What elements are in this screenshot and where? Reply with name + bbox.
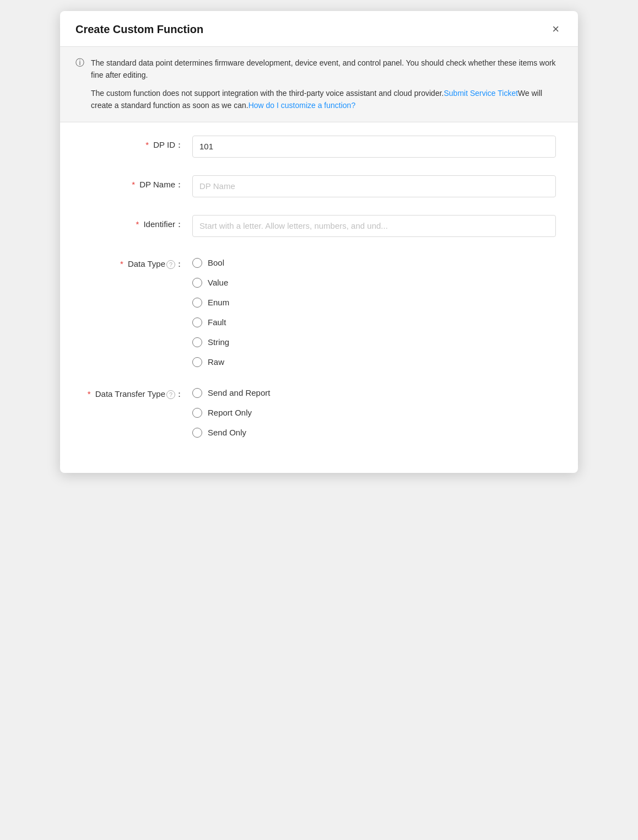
data-type-radio-value[interactable] — [192, 278, 202, 288]
data-transfer-type-label-report-only: Report Only — [208, 408, 252, 417]
data-type-label-value: Value — [208, 278, 228, 287]
dp-name-control — [192, 175, 556, 197]
data-type-label-raw: Raw — [208, 357, 224, 367]
data-type-option-raw[interactable]: Raw — [192, 357, 556, 367]
data-transfer-type-option-report-only[interactable]: Report Only — [192, 408, 556, 418]
data-type-label-enum: Enum — [208, 298, 229, 307]
data-type-label-string: String — [208, 337, 229, 347]
info-paragraph-1: The standard data point determines firmw… — [91, 57, 563, 82]
data-transfer-type-option-send-and-report[interactable]: Send and Report — [192, 388, 556, 398]
identifier-label: * Identifier： — [82, 215, 192, 230]
data-type-radio-enum[interactable] — [192, 298, 202, 308]
create-custom-function-modal: Create Custom Function × ⓘ The standard … — [60, 11, 578, 473]
dp-id-row: * DP ID： — [82, 136, 556, 158]
modal-body: ⓘ The standard data point determines fir… — [60, 47, 578, 473]
info-banner: ⓘ The standard data point determines fir… — [60, 47, 578, 122]
data-transfer-type-radio-send-and-report[interactable] — [192, 388, 202, 398]
dp-id-required-star: * — [145, 140, 149, 149]
info-text: The standard data point determines firmw… — [91, 57, 563, 112]
data-type-radio-fault[interactable] — [192, 317, 202, 327]
data-transfer-type-row: * Data Transfer Type?： Send and Report R… — [82, 385, 556, 438]
data-type-radio-bool[interactable] — [192, 258, 202, 268]
submit-service-ticket-link[interactable]: Submit Service Ticket — [444, 89, 518, 98]
data-transfer-type-control: Send and Report Report Only Send Only — [192, 385, 556, 438]
modal-header: Create Custom Function × — [60, 11, 578, 47]
data-type-radio-string[interactable] — [192, 337, 202, 347]
data-type-help-icon[interactable]: ? — [166, 260, 175, 269]
data-type-option-bool[interactable]: Bool — [192, 258, 556, 268]
dp-id-input[interactable] — [192, 136, 556, 158]
data-type-label-bool: Bool — [208, 258, 224, 267]
data-transfer-type-label-send-and-report: Send and Report — [208, 388, 270, 397]
data-transfer-type-required-star: * — [88, 389, 91, 399]
form-area: * DP ID： * DP Name： * — [60, 122, 578, 473]
info-paragraph-2-prefix: The custom function does not support int… — [91, 89, 444, 98]
customize-function-link[interactable]: How do I customize a function? — [248, 101, 356, 110]
dp-name-input[interactable] — [192, 175, 556, 197]
data-type-label-fault: Fault — [208, 317, 226, 327]
data-type-control: Bool Value Enum Fault — [192, 255, 556, 367]
data-type-label: * Data Type?： — [82, 255, 192, 270]
dp-name-label: * DP Name： — [82, 175, 192, 190]
data-type-row: * Data Type?： Bool Value — [82, 255, 556, 367]
data-transfer-type-radio-send-only[interactable] — [192, 428, 202, 438]
data-transfer-type-help-icon[interactable]: ? — [166, 390, 175, 399]
modal-title: Create Custom Function — [75, 23, 203, 36]
data-type-option-enum[interactable]: Enum — [192, 298, 556, 308]
dp-id-control — [192, 136, 556, 158]
data-type-radio-raw[interactable] — [192, 357, 202, 367]
data-type-radio-group: Bool Value Enum Fault — [192, 255, 556, 367]
identifier-required-star: * — [136, 219, 139, 229]
identifier-row: * Identifier： — [82, 215, 556, 237]
close-button[interactable]: × — [549, 22, 563, 36]
identifier-control — [192, 215, 556, 237]
data-transfer-type-label: * Data Transfer Type?： — [82, 385, 192, 400]
info-icon: ⓘ — [75, 57, 84, 112]
dp-id-label: * DP ID： — [82, 136, 192, 150]
data-transfer-type-radio-group: Send and Report Report Only Send Only — [192, 385, 556, 438]
info-paragraph-2: The custom function does not support int… — [91, 87, 563, 112]
data-type-option-value[interactable]: Value — [192, 278, 556, 288]
data-transfer-type-label-send-only: Send Only — [208, 428, 246, 437]
identifier-input[interactable] — [192, 215, 556, 237]
data-transfer-type-option-send-only[interactable]: Send Only — [192, 428, 556, 438]
data-transfer-type-radio-report-only[interactable] — [192, 408, 202, 418]
dp-name-row: * DP Name： — [82, 175, 556, 197]
data-type-option-fault[interactable]: Fault — [192, 317, 556, 327]
data-type-required-star: * — [120, 259, 123, 268]
dp-name-required-star: * — [132, 180, 135, 189]
data-type-option-string[interactable]: String — [192, 337, 556, 347]
